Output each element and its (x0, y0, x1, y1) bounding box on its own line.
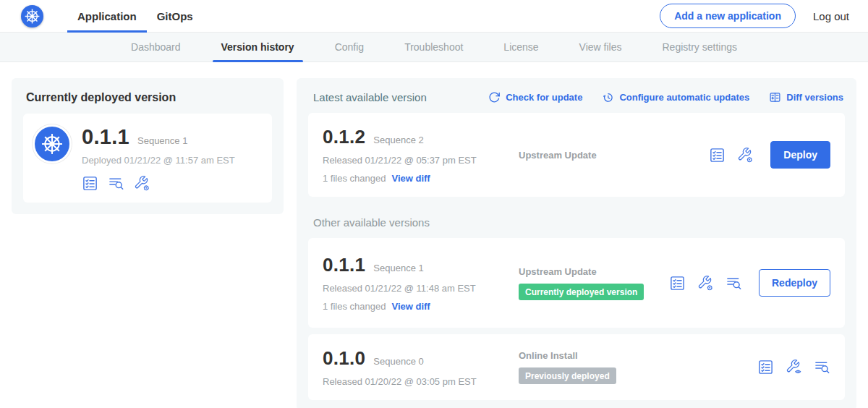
currently-deployed-badge: Currently deployed version (519, 284, 644, 300)
deploy-button[interactable]: Deploy (770, 141, 830, 169)
tab-dashboard-label: Dashboard (131, 41, 181, 53)
refresh-icon (488, 91, 501, 103)
tab-version-history[interactable]: Version history (201, 33, 315, 61)
version-number: 0.1.1 (323, 254, 365, 276)
deployed-version-number: 0.1.1 (82, 125, 129, 149)
top-nav-right: Add a new application Log out (660, 4, 849, 28)
tab-troubleshoot[interactable]: Troubleshoot (384, 33, 483, 61)
configure-automatic-updates-link[interactable]: Configure automatic updates (602, 91, 749, 103)
schedule-update-icon (602, 91, 614, 103)
released-timestamp: Released 01/20/22 @ 03:05 pm EST (323, 376, 503, 387)
check-for-update-label: Check for update (506, 92, 582, 103)
version-status: Upstream Update Currently deployed versi… (503, 266, 669, 300)
view-config-icon[interactable] (786, 359, 802, 375)
tab-dashboard[interactable]: Dashboard (111, 33, 201, 61)
deploy-logs-icon[interactable] (726, 275, 742, 292)
deployed-version-card: 0.1.1 Sequence 1 Deployed 01/21/22 @ 11:… (23, 114, 272, 203)
version-source-label: Upstream Update (519, 150, 709, 161)
tab-license[interactable]: License (483, 33, 558, 61)
sequence-label: Sequence 1 (373, 263, 423, 273)
app-kubernetes-logo-icon (35, 127, 69, 161)
released-timestamp: Released 01/21/22 @ 11:48 am EST (323, 283, 503, 294)
deploy-logs-icon[interactable] (108, 175, 124, 192)
version-row-0-1-2: 0.1.2 Sequence 2 Released 01/21/22 @ 05:… (308, 113, 845, 197)
diff-versions-icon (769, 91, 781, 103)
top-nav-tabs: Application GitOps (67, 0, 203, 32)
version-actions (757, 359, 830, 375)
release-notes-icon[interactable] (709, 147, 726, 163)
version-status: Online Install Previously deployed (503, 350, 757, 384)
files-changed-label: 1 files changed (323, 301, 386, 312)
check-for-update-link[interactable]: Check for update (488, 91, 582, 103)
logout-link[interactable]: Log out (813, 10, 849, 22)
version-row-0-1-1: 0.1.1 Sequence 1 Released 01/21/22 @ 11:… (308, 238, 845, 328)
view-diff-link[interactable]: View diff (391, 301, 430, 312)
view-diff-link[interactable]: View diff (391, 173, 430, 184)
latest-version-title: Latest available version (313, 91, 427, 103)
edit-config-icon[interactable] (697, 275, 714, 292)
version-history-panel: Latest available version Check for updat… (297, 78, 856, 408)
version-row-0-1-0: 0.1.0 Sequence 0 Released 01/20/22 @ 03:… (308, 334, 845, 400)
version-info: 0.1.2 Sequence 2 Released 01/21/22 @ 05:… (323, 126, 503, 184)
version-source-label: Online Install (519, 350, 757, 361)
tab-application[interactable]: Application (67, 0, 147, 32)
version-source-label: Upstream Update (519, 266, 669, 277)
top-nav: Application GitOps Add a new application… (0, 0, 868, 33)
released-timestamp: Released 01/21/22 @ 05:37 pm EST (323, 155, 503, 166)
main-content: Currently deployed version 0.1.1 Sequenc… (0, 62, 868, 408)
tab-config-label: Config (335, 41, 364, 53)
tab-version-history-label: Version history (221, 41, 294, 53)
other-versions-title: Other available versions (313, 216, 845, 229)
version-actions: Deploy (709, 141, 830, 169)
version-status: Upstream Update (503, 150, 709, 161)
previously-deployed-badge: Previously deployed (519, 367, 616, 384)
version-number: 0.1.0 (323, 347, 365, 370)
edit-config-icon[interactable] (737, 147, 754, 163)
version-actions: Redeploy (669, 269, 830, 297)
tab-troubleshoot-label: Troubleshoot (404, 41, 463, 53)
release-notes-icon[interactable] (669, 275, 686, 292)
version-info: 0.1.0 Sequence 0 Released 01/20/22 @ 03:… (323, 347, 503, 387)
deployed-version-info: 0.1.1 Sequence 1 Deployed 01/21/22 @ 11:… (82, 125, 235, 192)
tab-registry-settings-label: Registry settings (663, 41, 737, 53)
diff-versions-link[interactable]: Diff versions (769, 91, 843, 103)
release-notes-icon[interactable] (82, 175, 98, 192)
version-number: 0.1.2 (323, 126, 365, 148)
diff-versions-label: Diff versions (786, 92, 843, 103)
currently-deployed-card: Currently deployed version 0.1.1 Sequenc… (12, 78, 284, 214)
tab-view-files-label: View files (579, 41, 622, 53)
sequence-label: Sequence 2 (373, 135, 423, 145)
sequence-label: Sequence 0 (373, 356, 423, 367)
deployed-sequence-label: Sequence 1 (137, 135, 187, 146)
tab-gitops-label: GitOps (157, 10, 193, 22)
release-notes-icon[interactable] (757, 359, 774, 375)
currently-deployed-title: Currently deployed version (23, 91, 272, 104)
redeploy-button[interactable]: Redeploy (759, 269, 830, 297)
configure-automatic-updates-label: Configure automatic updates (619, 92, 749, 103)
tab-license-label: License (503, 41, 538, 53)
panel-actions: Check for update Configure automatic upd… (488, 91, 843, 103)
app-sub-nav: Dashboard Version history Config Trouble… (0, 33, 868, 62)
edit-config-icon[interactable] (134, 175, 150, 192)
tab-application-label: Application (77, 10, 137, 22)
deploy-logs-icon[interactable] (814, 359, 830, 375)
tab-view-files[interactable]: View files (559, 33, 642, 61)
tab-gitops[interactable]: GitOps (147, 0, 203, 32)
kubernetes-logo-icon (21, 5, 43, 27)
files-changed-label: 1 files changed (323, 173, 386, 184)
version-info: 0.1.1 Sequence 1 Released 01/21/22 @ 11:… (323, 254, 503, 312)
deployed-timestamp: Deployed 01/21/22 @ 11:57 am EST (82, 155, 235, 166)
tab-registry-settings[interactable]: Registry settings (642, 33, 757, 61)
add-application-button[interactable]: Add a new application (660, 4, 796, 28)
tab-config[interactable]: Config (315, 33, 384, 61)
